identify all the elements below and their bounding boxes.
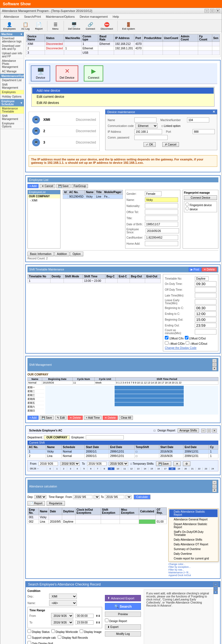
connect-button[interactable]: 🔗 Connect [84,21,97,31]
shift-min-btn[interactable]: ─ [212,359,217,363]
report-button[interactable]: 📄 Report [33,21,45,31]
employee-options-item[interactable]: Employee Options [0,121,24,129]
display-null-check[interactable] [58,635,61,639]
shift-delete-btn[interactable]: ✕ Delete [68,416,83,420]
att-from-input[interactable] [73,495,92,499]
menu-attendance[interactable]: Attendance [1,14,21,19]
report-item-1[interactable]: Daily Attendance Statistic Report [169,509,218,517]
modify-log-btn[interactable]: Modify Log [105,631,141,637]
search-close-btn[interactable]: ✕ [213,590,218,594]
upload-user-item[interactable]: Upload user info and FP [0,51,24,59]
emp-field-input[interactable] [86,435,124,439]
dm-ip-input[interactable] [134,129,162,134]
hire-date-input[interactable] [146,228,179,233]
emp-schedule-header[interactable]: Employee Schedule▼ [0,99,24,106]
del-device-button[interactable]: 🖥️ Del Device [66,21,82,31]
del-device-btn[interactable]: ✕ Del Device [56,65,78,81]
att-from-select[interactable] [94,495,100,499]
dm-port-input[interactable] [193,129,215,134]
end-c-input[interactable] [195,311,216,316]
emp-name-input[interactable] [145,197,178,202]
minimize-button[interactable]: ─ [205,9,209,13]
menu-device[interactable]: Device management [77,14,110,19]
to-date-input[interactable] [87,462,107,466]
display-status-check[interactable] [27,629,31,633]
late-time-input[interactable] [195,293,216,298]
office-tel-input[interactable] [145,209,178,214]
menu-maintenance[interactable]: Maintenance/Options [44,14,77,19]
search-name-select[interactable]: <All> [49,600,77,606]
must-c-in-check[interactable] [165,336,168,339]
gender-input[interactable] [145,191,162,196]
export-btn[interactable]: ⬇ Export [105,624,141,630]
maintenance-header[interactable]: Maintenance/Options▼ [0,74,24,78]
att-to-input[interactable] [105,495,124,499]
att-report-btn[interactable]: 📄 Report [27,501,45,506]
attendance-photo-item[interactable]: Attendance Photo Management [0,59,24,69]
timetable-delete-btn[interactable]: ✕ Delete [202,267,217,272]
report-item-7[interactable]: Summary of Overtime [169,547,218,551]
att-calc-min[interactable]: ─ [212,481,217,484]
search-max-btn[interactable]: □ [213,586,218,590]
shift-edit-btn[interactable]: ✎ Edit [55,416,67,420]
disconnect-button[interactable]: ⛔ Disconnect [99,21,115,31]
machine-header[interactable]: Machine▼ [0,32,24,36]
shift-mgmt-item[interactable]: Shift Management [0,83,24,90]
menu-toolbar-button[interactable]: ☰ Menu [50,21,61,31]
change-display-anchor[interactable]: Change the Display Code [165,346,196,349]
calculate-btn[interactable]: Calculate [134,495,150,499]
emp-add-btn[interactable]: + Add [27,184,39,188]
report-item-8[interactable]: Daily Overtime [169,551,218,556]
must-c-out-check[interactable] [185,336,188,339]
off-duty-input[interactable] [195,287,216,292]
home-add-input[interactable] [145,241,178,246]
on-duty-input[interactable] [195,281,216,287]
menu-searchprint[interactable]: Search/Print [22,14,43,19]
device-radio[interactable] [185,207,189,210]
employees-button[interactable]: 👤 Employees [1,21,18,31]
shift-max-btn[interactable]: □ [212,363,217,367]
shift-close-btn[interactable]: ✕ [212,367,217,370]
basic-info-tab[interactable]: Basic Information [27,252,54,256]
support-simple-check[interactable] [27,635,31,639]
dm-ok-button[interactable]: ✓ OK [143,142,155,147]
shift-addtime-btn[interactable]: + Add Time [84,416,102,420]
employees-menu-item[interactable]: Employees [0,90,24,94]
maint-timetable-item[interactable]: Maintenance Timetable [0,106,24,114]
emp-cancel-btn[interactable]: ✕ Cancel [40,184,55,188]
sched-max-btn[interactable]: □ [207,429,211,433]
fp-device-radio[interactable] [185,203,189,206]
option-tab[interactable]: Option [70,252,83,256]
exit-system-button[interactable]: 🚪 Exit system [120,21,137,31]
change-color-link[interactable]: Change color... [168,563,218,566]
edit-current-device-item[interactable]: Edit current device [32,94,214,100]
shift-del2-btn[interactable]: ✕ Delete [103,416,118,420]
display-workcode-check[interactable] [51,629,55,633]
device-btn[interactable]: 🖥️ Device [31,65,50,81]
title-input[interactable] [145,216,178,221]
beg-c-input[interactable] [195,305,216,311]
report-item-4[interactable]: Staff's On-Duty/Off-Duty Timetable [169,530,218,537]
holiday-item[interactable]: Holiday Options [0,94,24,99]
from-date-input[interactable] [39,462,58,466]
search-from-date[interactable]: 2016/ 9/26 [51,613,73,619]
search-from-time[interactable] [75,614,94,618]
addition-tab[interactable]: Addition [54,252,69,256]
must-c-dout-check[interactable] [186,341,189,345]
att-calc-close[interactable]: ✕ [212,488,217,492]
end-out-input[interactable] [195,323,216,328]
search-dep-select[interactable]: XIMI [49,594,77,599]
dm-machineno-input[interactable] [187,117,209,122]
connect-btn[interactable]: ▶ Connect [84,65,103,81]
post-btn[interactable]: ▶ Post [189,267,201,272]
search-min-btn[interactable]: ─ [213,582,218,586]
dm-name-input[interactable] [134,117,157,122]
report-item-6[interactable]: Daily Attendance OT Report [169,542,218,547]
to-date-select[interactable]: 2016/ 9/26 [109,462,128,466]
sched-close-btn[interactable]: ✕ [212,429,217,433]
emp-faxgroup-btn[interactable]: FaxGroup [72,184,88,188]
search-to-date[interactable]: 2016/ 9/26 [51,620,73,625]
search-btn[interactable]: 🔍 Search [105,603,141,610]
arrange-shifts-btn[interactable]: Arrange Shifts [178,428,199,433]
beg-out-input[interactable] [195,317,216,322]
